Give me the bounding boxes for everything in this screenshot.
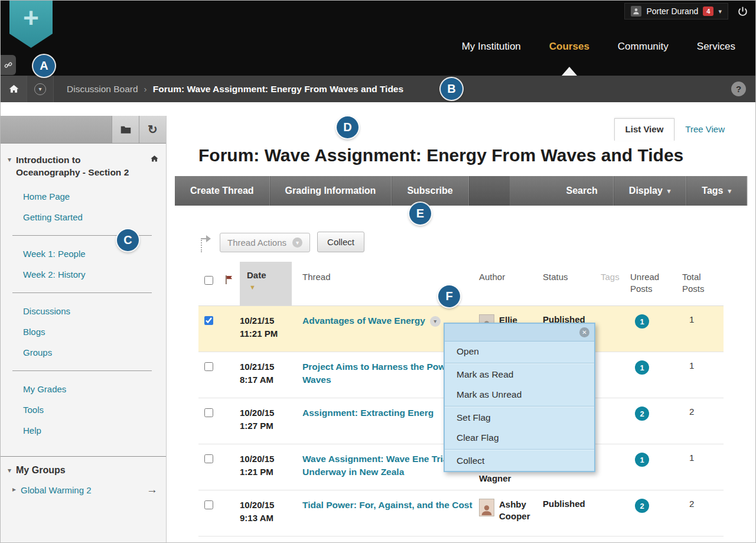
collapse-icon[interactable]: ▾ xyxy=(8,465,11,476)
menu-item-mark-as-unread[interactable]: Mark as Unread xyxy=(445,385,594,405)
select-all-arrow-icon xyxy=(198,235,211,252)
callout-f: F xyxy=(438,285,460,307)
tags-label: Tags xyxy=(702,186,723,196)
sort-by-date-header[interactable]: Date ▼ xyxy=(240,262,292,305)
sort-descending-icon: ▼ xyxy=(249,284,292,291)
logout-button[interactable] xyxy=(734,3,751,19)
tags-dropdown[interactable]: Tags ▾ xyxy=(686,176,747,206)
total-posts-count: 2 xyxy=(689,407,694,417)
sidebar-item-discussions[interactable]: Discussions xyxy=(1,301,166,321)
breadcrumb-expand-button[interactable]: ▾ xyxy=(27,76,54,102)
user-menu[interactable]: Porter Durand 4 ▾ xyxy=(624,3,728,19)
thread-link[interactable]: Project Aims to Harness the Power of Wav… xyxy=(302,362,465,385)
caret-right-icon[interactable]: ▸ xyxy=(12,484,16,495)
content-area: ↻ ▾ Introduction to Oceanography - Secti… xyxy=(1,102,755,543)
menu-item-set-flag[interactable]: Set Flag xyxy=(445,408,594,428)
refresh-button[interactable]: ↻ xyxy=(139,116,166,143)
menu-item-open[interactable]: Open xyxy=(445,342,594,362)
total-posts-count: 1 xyxy=(689,453,694,463)
search-button[interactable]: Search xyxy=(550,176,613,206)
thread-date: 10/20/15 xyxy=(240,453,302,466)
add-module-tab[interactable]: + xyxy=(9,1,53,48)
collect-button[interactable]: Collect xyxy=(317,232,364,252)
tab-list-view[interactable]: List View xyxy=(614,118,675,141)
menu-item-clear-flag[interactable]: Clear Flag xyxy=(445,428,594,448)
unread-posts-header[interactable]: Unread Posts xyxy=(630,262,682,295)
row-checkbox[interactable] xyxy=(204,500,213,509)
callout-e: E xyxy=(409,203,431,225)
chevron-down-icon: ▾ xyxy=(667,187,671,195)
thread-date: 10/21/15 xyxy=(240,360,302,373)
display-label: Display xyxy=(629,186,663,196)
sidebar-item-global-warming-2[interactable]: Global Warming 2 xyxy=(21,485,142,495)
sidebar-item-getting-started[interactable]: Getting Started xyxy=(1,207,166,227)
thread-time: 1:27 PM xyxy=(240,420,302,433)
unread-count-badge[interactable]: 1 xyxy=(635,314,649,329)
sidebar-item-my-grades[interactable]: My Grades xyxy=(1,379,166,399)
grading-information-button[interactable]: Grading Information xyxy=(270,176,392,206)
nav-courses[interactable]: Courses xyxy=(549,41,589,53)
sidebar-item-help[interactable]: Help xyxy=(1,420,166,441)
total-posts-header[interactable]: Total Posts xyxy=(682,262,724,295)
sidebar-nav-group-4: My Grades Tools Help xyxy=(1,379,166,441)
thread-options-chevron[interactable]: ▾ xyxy=(430,316,441,327)
unread-count-badge[interactable]: 1 xyxy=(635,360,649,375)
callout-d: D xyxy=(337,116,359,138)
thread-time: 11:21 PM xyxy=(240,327,302,340)
chevron-down-icon: ▾ xyxy=(728,187,731,195)
menu-item-collect[interactable]: Collect xyxy=(445,451,594,471)
flag-icon[interactable] xyxy=(224,275,233,285)
course-home-button[interactable] xyxy=(150,154,159,179)
sidebar-item-groups[interactable]: Groups xyxy=(1,342,166,363)
row-checkbox[interactable] xyxy=(204,362,213,371)
select-all-checkbox[interactable] xyxy=(204,276,213,285)
sidebar-item-home-page[interactable]: Home Page xyxy=(1,186,166,207)
status-header[interactable]: Status xyxy=(543,262,601,283)
breadcrumb-discussion-board[interactable]: Discussion Board xyxy=(67,84,138,95)
sidebar-item-blogs[interactable]: Blogs xyxy=(1,321,166,342)
nav-services[interactable]: Services xyxy=(697,41,735,53)
row-checkbox[interactable] xyxy=(204,408,213,417)
course-title[interactable]: Introduction to Oceanography - Section 2 xyxy=(16,154,145,179)
sidebar-item-tools[interactable]: Tools xyxy=(1,399,166,420)
author-avatar xyxy=(479,499,494,516)
tab-tree-view[interactable]: Tree View xyxy=(674,119,735,141)
thread-date: 10/20/15 xyxy=(240,499,302,512)
accessibility-tab[interactable] xyxy=(1,55,16,75)
author-header[interactable]: Author xyxy=(479,262,543,283)
thread-link[interactable]: Advantages of Wave Energy xyxy=(302,316,425,326)
create-thread-button[interactable]: Create Thread xyxy=(175,176,270,206)
unread-count-badge[interactable]: 2 xyxy=(635,499,649,513)
course-menu-folder-button[interactable] xyxy=(112,116,139,143)
my-groups-item: ▸ Global Warming 2 → xyxy=(1,476,166,496)
collapse-icon[interactable]: ▾ xyxy=(8,154,11,179)
date-header-label: Date xyxy=(247,270,266,280)
unread-count-badge[interactable]: 2 xyxy=(635,407,649,421)
help-button[interactable]: ? xyxy=(731,82,746,96)
thread-header[interactable]: Thread xyxy=(302,262,473,283)
open-group-arrow[interactable]: → xyxy=(146,483,158,496)
sidebar-item-week-1-people[interactable]: Week 1: People xyxy=(1,243,166,264)
menu-item-mark-as-read[interactable]: Mark as Read xyxy=(445,365,594,385)
table-header-row: Date ▼ Thread Author Status Tags Unread … xyxy=(198,262,724,306)
close-icon[interactable]: ✕ xyxy=(579,327,589,337)
total-posts-count: 1 xyxy=(689,360,694,370)
display-dropdown[interactable]: Display ▾ xyxy=(614,176,686,206)
thread-actions-label: Thread Actions xyxy=(227,238,286,248)
my-groups-label[interactable]: My Groups xyxy=(16,465,66,476)
subscribe-button[interactable]: Subscribe xyxy=(392,176,468,206)
thread-link[interactable]: Assignment: Extracting Energ xyxy=(302,408,434,418)
home-button[interactable] xyxy=(1,76,27,102)
row-checkbox[interactable] xyxy=(204,454,213,463)
thread-actions-button[interactable]: Thread Actions ▾ xyxy=(220,233,310,252)
page-title: Forum: Wave Assignment: Energy From Wave… xyxy=(198,145,724,165)
thread-link[interactable]: Wave Assignment: Wave Ene Trials Underwa… xyxy=(302,454,455,477)
thread-link[interactable]: Tidal Power: For, Against, and the Cost xyxy=(302,500,472,510)
row-checkbox[interactable] xyxy=(204,316,213,325)
course-sidebar: ↻ ▾ Introduction to Oceanography - Secti… xyxy=(1,116,167,543)
thread-time: 8:17 AM xyxy=(240,373,302,386)
nav-community[interactable]: Community xyxy=(618,41,669,53)
nav-my-institution[interactable]: My Institution xyxy=(462,41,521,53)
unread-count-badge[interactable]: 1 xyxy=(635,453,649,467)
sidebar-item-week-2-history[interactable]: Week 2: History xyxy=(1,264,166,285)
